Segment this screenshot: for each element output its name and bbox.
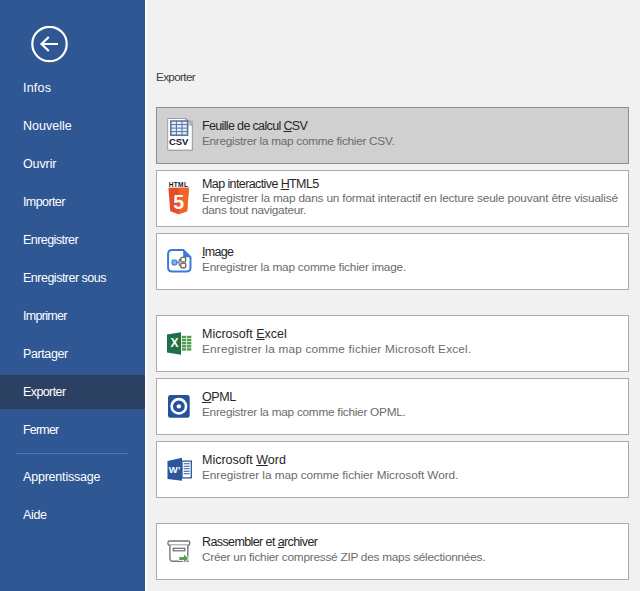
svg-text:X: X <box>171 336 179 350</box>
svg-text:HTML: HTML <box>169 181 189 188</box>
svg-text:W’: W’ <box>169 464 181 475</box>
svg-text:CSV: CSV <box>169 136 189 147</box>
svg-text:5: 5 <box>173 191 184 213</box>
